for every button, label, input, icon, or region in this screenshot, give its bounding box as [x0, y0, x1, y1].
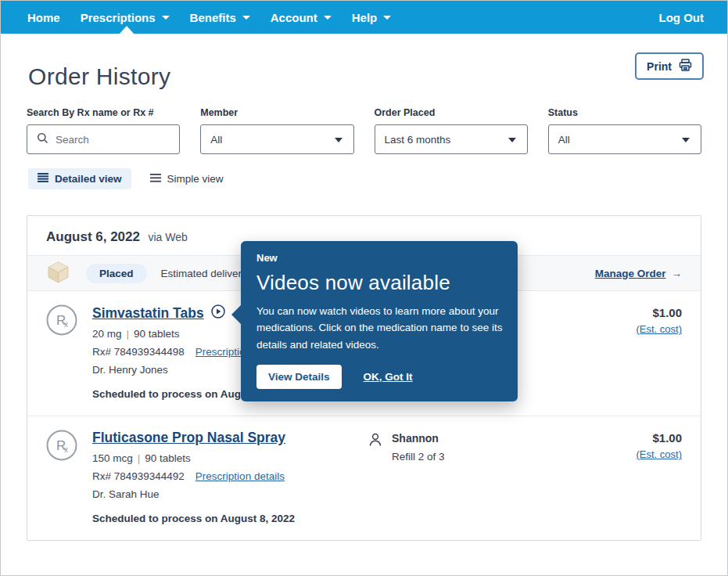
rx-number: Rx# 784939344498	[92, 346, 185, 358]
popup-new-tag: New	[256, 252, 502, 264]
status-filter-label: Status	[548, 107, 701, 118]
status-badge: Placed	[86, 264, 147, 283]
member-select-value: All	[210, 134, 222, 146]
print-button[interactable]: Print	[635, 52, 704, 80]
order-placed-filter-label: Order Placed	[375, 107, 528, 118]
view-toggle: Detailed view Simple view	[1, 168, 727, 189]
status-select[interactable]: All	[548, 124, 701, 154]
estimated-delivery-text: Estimated delivery	[161, 268, 247, 279]
chevron-down-icon	[335, 138, 342, 142]
detailed-view-toggle[interactable]: Detailed view	[28, 168, 131, 189]
filter-search: Search By Rx name or Rx #	[27, 107, 180, 154]
member-select[interactable]: All	[200, 124, 353, 154]
search-input[interactable]	[56, 134, 165, 146]
nav-item-home[interactable]: Home	[27, 1, 60, 34]
status-select-value: All	[558, 134, 570, 146]
search-filter-label: Search By Rx name or Rx #	[27, 107, 180, 118]
videos-popup: New Videos now available You can now wat…	[241, 241, 518, 401]
item-price: $1.00	[636, 431, 682, 445]
dose: 20 mg	[92, 328, 122, 340]
separator: |	[122, 328, 134, 340]
search-icon	[37, 132, 48, 147]
popup-title: Videos now available	[256, 271, 502, 295]
estimated-cost-link[interactable]: (Est. cost)	[636, 323, 682, 335]
filter-status: Status All	[548, 107, 701, 154]
order-placed-select[interactable]: Last 6 months	[375, 124, 528, 154]
manage-order-link[interactable]: Manage Order →	[595, 268, 682, 279]
nav-item-help[interactable]: Help	[352, 1, 392, 34]
nav-item-account-label: Account	[271, 11, 317, 24]
popup-arrow-left	[231, 305, 241, 324]
rx-icon: R x	[46, 430, 77, 524]
detailed-view-label: Detailed view	[55, 173, 122, 185]
view-details-button[interactable]: View Details	[256, 365, 342, 389]
prescription-details-link[interactable]: Prescription details	[195, 470, 285, 482]
search-field	[27, 124, 180, 154]
filter-member: Member All	[200, 107, 353, 154]
printer-icon	[679, 59, 692, 74]
order-date: August 6, 2022	[46, 229, 140, 244]
dose: 150 mcg	[92, 452, 133, 464]
simple-view-label: Simple view	[167, 173, 224, 185]
price-column: $1.00 (Est. cost)	[636, 430, 682, 524]
order-channel: via Web	[148, 231, 187, 243]
arrow-right-icon: →	[672, 268, 683, 279]
simple-view-toggle[interactable]: Simple view	[150, 173, 224, 185]
separator: |	[133, 452, 145, 464]
page-title: Order History	[28, 63, 170, 90]
scheduled-text: Scheduled to process on August 8, 2022	[92, 513, 368, 524]
simple-view-icon	[150, 173, 161, 185]
rx-number: Rx# 784939344492	[92, 470, 185, 482]
estimated-cost-link[interactable]: (Est. cost)	[636, 448, 682, 460]
chevron-down-icon	[324, 16, 332, 20]
chevron-down-icon	[242, 16, 250, 20]
quantity: 90 tablets	[145, 452, 191, 464]
svg-text:x: x	[64, 320, 68, 329]
chevron-down-icon	[383, 16, 391, 20]
nav-item-home-label: Home	[27, 11, 60, 24]
filter-bar: Search By Rx name or Rx # Member All Ord…	[1, 107, 727, 154]
logout-label: Log Out	[659, 11, 704, 24]
refill-status: Refill 2 of 3	[392, 451, 445, 463]
filter-order-placed: Order Placed Last 6 months	[375, 107, 528, 154]
package-icon	[46, 260, 70, 287]
price-column: $1.00 (Est. cost)	[636, 304, 682, 400]
manage-order-label: Manage Order	[595, 268, 666, 279]
nav-item-benefits[interactable]: Benefits	[190, 1, 250, 34]
chevron-down-icon	[162, 16, 170, 20]
order-history-page: Home Prescriptions Benefits Account Help…	[0, 0, 728, 576]
item-price: $1.00	[636, 306, 682, 319]
medication-name-link[interactable]: Simvastatin Tabs	[92, 305, 204, 322]
logout-link[interactable]: Log Out	[659, 1, 704, 34]
play-video-icon[interactable]	[211, 304, 225, 322]
nav-item-account[interactable]: Account	[271, 1, 332, 34]
medication-name-link[interactable]: Fluticasone Prop Nasal Spray	[92, 430, 285, 446]
quantity: 90 tablets	[134, 328, 180, 340]
nav-item-prescriptions-label: Prescriptions	[81, 11, 156, 24]
page-header: Order History Print	[1, 34, 727, 90]
active-nav-indicator	[120, 26, 134, 34]
nav-item-benefits-label: Benefits	[190, 11, 236, 24]
dose-quantity: 150 mcg|90 tablets	[92, 452, 368, 464]
nav-item-help-label: Help	[352, 11, 378, 24]
person-icon	[368, 432, 383, 524]
top-nav: Home Prescriptions Benefits Account Help…	[1, 1, 727, 34]
item-details: Fluticasone Prop Nasal Spray 150 mcg|90 …	[92, 430, 368, 524]
order-item-fluticasone: R x Fluticasone Prop Nasal Spray 150 mcg…	[27, 416, 701, 540]
rx-icon: R x	[46, 304, 77, 400]
ok-got-it-link[interactable]: OK, Got It	[364, 371, 413, 383]
member-column: Shannon Refill 2 of 3	[368, 430, 445, 524]
chevron-down-icon	[508, 138, 516, 142]
detailed-view-icon	[38, 173, 48, 185]
print-button-label: Print	[647, 60, 672, 73]
member-name: Shannon	[392, 432, 445, 445]
popup-body-text: You can now watch videos to learn more a…	[256, 303, 505, 353]
member-filter-label: Member	[200, 107, 353, 118]
svg-text:x: x	[64, 445, 68, 454]
order-placed-select-value: Last 6 months	[385, 134, 451, 146]
popup-actions: View Details OK, Got It	[256, 365, 502, 389]
chevron-down-icon	[682, 138, 690, 142]
doctor-name: Dr. Sarah Hue	[92, 488, 368, 500]
